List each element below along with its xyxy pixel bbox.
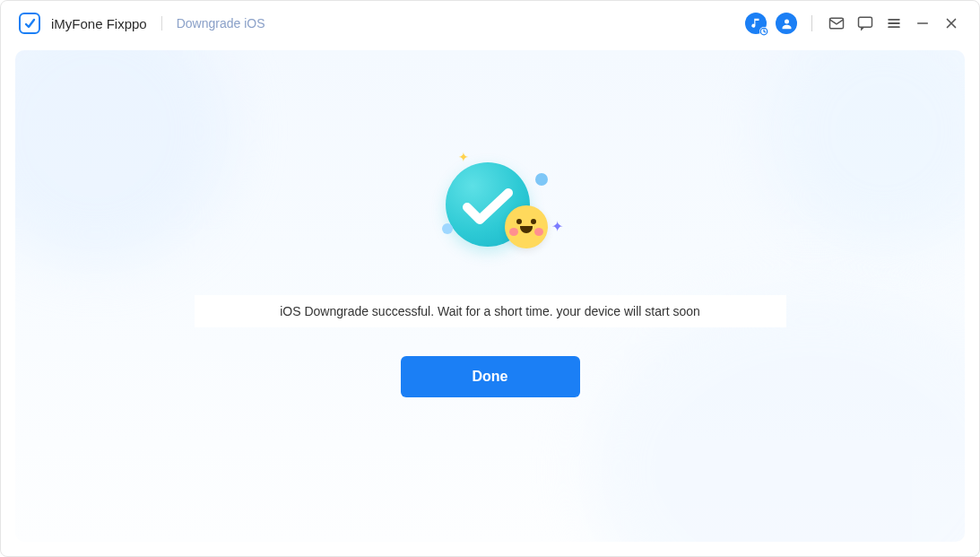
mail-icon[interactable]	[827, 13, 846, 33]
svg-rect-0	[20, 13, 39, 33]
decorative-dot	[535, 173, 548, 186]
status-message: iOS Downgrade successful. Wait for a sho…	[195, 295, 786, 327]
svg-point-2	[785, 19, 789, 23]
close-icon[interactable]	[941, 13, 961, 33]
svg-rect-4	[859, 17, 872, 27]
app-title: iMyFone Fixppo	[51, 16, 147, 31]
music-icon[interactable]	[745, 13, 767, 34]
chat-icon[interactable]	[855, 13, 875, 33]
content-area: ✦ ✦ iOS Downgrade successful. Wait for a…	[15, 50, 965, 542]
app-logo-icon	[19, 13, 40, 34]
decorative-dot	[442, 223, 453, 234]
titlebar-left: iMyFone Fixppo Downgrade iOS	[19, 13, 265, 34]
minimize-icon[interactable]	[913, 13, 932, 33]
title-divider	[161, 16, 162, 30]
profile-icon[interactable]	[776, 13, 797, 34]
done-button[interactable]: Done	[401, 356, 580, 397]
smiley-icon	[505, 205, 548, 248]
main-panel: ✦ ✦ iOS Downgrade successful. Wait for a…	[15, 50, 965, 542]
titlebar-divider	[811, 15, 812, 31]
titlebar-right	[745, 13, 961, 34]
sparkle-icon: ✦	[551, 218, 563, 235]
success-illustration: ✦ ✦	[419, 153, 562, 261]
titlebar: iMyFone Fixppo Downgrade iOS	[1, 1, 979, 46]
breadcrumb: Downgrade iOS	[177, 16, 265, 30]
menu-icon[interactable]	[884, 13, 904, 33]
sparkle-icon: ✦	[458, 150, 469, 164]
